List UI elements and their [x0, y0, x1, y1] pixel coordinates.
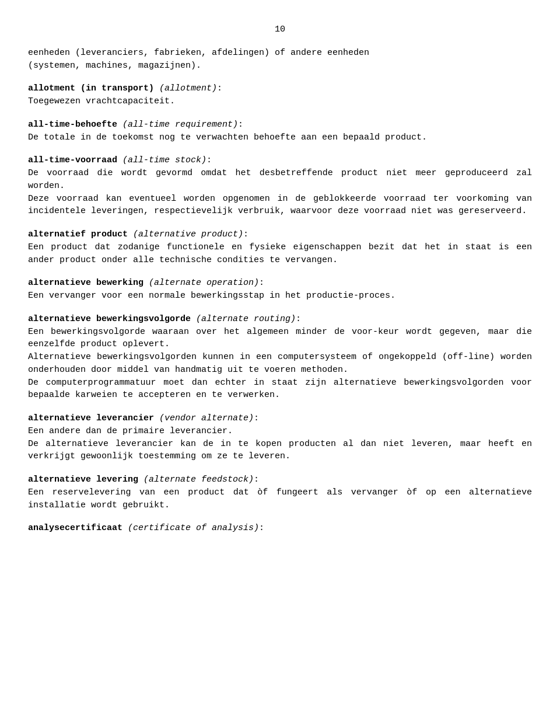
term-italic-alternatief-product: (alternative product) [133, 229, 243, 239]
entry-alternatieve-leverancier-definition2: De alternatieve leverancier kan de in te… [28, 438, 532, 464]
entry-alternatieve-bewerking-definition: Een vervanger voor een normale bewerking… [28, 290, 532, 302]
term-bold-all-time-behoefte: all-time-behoefte [28, 120, 117, 130]
colon-alternatieve-leverancier: : [254, 413, 259, 423]
term-bold-alternatieve-bewerkingsvolgorde: alternatieve bewerkingsvolgorde [28, 314, 191, 324]
entry-allotment-definition: Toegewezen vrachtcapaciteit. [28, 95, 532, 108]
term-italic-allotment: (allotment) [159, 83, 217, 93]
entry-alternatieve-bewerkingsvolgorde: alternatieve bewerkingsvolgorde (alterna… [28, 313, 532, 402]
entry-alternatieve-bewerkingsvolgorde-definition3: De computerprogrammatuur moet dan echter… [28, 377, 532, 402]
entry-alternatieve-bewerkingsvolgorde-term-line: alternatieve bewerkingsvolgorde (alterna… [28, 313, 532, 326]
entry-allotment-term-line: allotment (in transport) (allotment): [28, 82, 532, 95]
entry-alternatieve-levering-definition: Een reservelevering van een product dat … [28, 486, 532, 512]
entry-all-time-voorraad: all-time-voorraad (all-time stock): De v… [28, 154, 532, 218]
entry-analysecertificaat: analysecertificaat (certificate of analy… [28, 522, 532, 535]
term-italic-all-time-voorraad: (all-time stock) [123, 155, 206, 165]
entry-alternatieve-leverancier-definition1: Een andere dan de primaire leverancier. [28, 425, 532, 438]
entry-alternatieve-levering: alternatieve levering (alternate feedsto… [28, 473, 532, 511]
entry-all-time-voorraad-term-line: all-time-voorraad (all-time stock): [28, 154, 532, 167]
term-bold-alternatieve-bewerking: alternatieve bewerking [28, 278, 144, 288]
term-italic-alternatieve-bewerkingsvolgorde: (alternate routing) [196, 314, 296, 324]
colon-alternatieve-bewerking: : [259, 278, 264, 288]
page: 10 eenheden (leveranciers, fabrieken, af… [0, 0, 560, 728]
entry-all-time-voorraad-definition1: De voorraad die wordt gevormd omdat het … [28, 167, 532, 193]
entry-alternatieve-leverancier: alternatieve leverancier (vendor alterna… [28, 412, 532, 463]
term-italic-alternatieve-levering: (alternate feedstock) [144, 475, 254, 485]
entry-alternatieve-bewerking: alternatieve bewerking (alternate operat… [28, 277, 532, 302]
colon-analysecertificaat: : [259, 523, 264, 533]
term-bold-analysecertificaat: analysecertificaat [28, 523, 123, 533]
colon-alternatieve-bewerkingsvolgorde: : [296, 314, 301, 324]
colon-all-time-behoefte: : [238, 120, 243, 130]
entry-alternatieve-bewerking-term-line: alternatieve bewerking (alternate operat… [28, 277, 532, 290]
term-italic-alternatieve-leverancier: (vendor alternate) [159, 413, 254, 423]
entry-alternatief-product-term-line: alternatief product (alternative product… [28, 228, 532, 241]
entry-alternatief-product: alternatief product (alternative product… [28, 228, 532, 266]
term-italic-all-time-behoefte: (all-time requirement) [123, 120, 238, 130]
entry-all-time-behoefte-term-line: all-time-behoefte (all-time requirement)… [28, 119, 532, 131]
term-bold-all-time-voorraad: all-time-voorraad [28, 155, 117, 165]
colon-allotment: : [217, 83, 222, 93]
term-bold-alternatief-product: alternatief product [28, 229, 128, 239]
entry-analysecertificaat-term-line: analysecertificaat (certificate of analy… [28, 522, 532, 535]
entry-alternatief-product-definition: Een product dat zodanige functionele en … [28, 241, 532, 267]
intro-text: eenheden (leveranciers, fabrieken, afdel… [28, 47, 532, 72]
entry-alternatieve-leverancier-term-line: alternatieve leverancier (vendor alterna… [28, 412, 532, 425]
entry-allotment: allotment (in transport) (allotment): To… [28, 82, 532, 108]
entry-alternatieve-bewerkingsvolgorde-definition2: Alternatieve bewerkingsvolgorden kunnen … [28, 351, 532, 377]
intro-line2: (systemen, machines, magazijnen). [28, 60, 532, 72]
colon-all-time-voorraad: : [206, 155, 212, 165]
term-bold-alternatieve-leverancier: alternatieve leverancier [28, 413, 154, 423]
colon-alternatief-product: : [243, 229, 249, 239]
term-bold-alternatieve-levering: alternatieve levering [28, 475, 138, 485]
colon-alternatieve-levering: : [254, 475, 259, 485]
term-italic-alternatieve-bewerking: (alternate operation) [149, 278, 259, 288]
term-italic-analysecertificaat: (certificate of analysis) [128, 523, 259, 533]
page-number: 10 [28, 23, 532, 36]
entry-all-time-voorraad-definition2: Deze voorraad kan eventueel worden opgen… [28, 193, 532, 218]
entry-alternatieve-bewerkingsvolgorde-definition1: Een bewerkingsvolgorde waaraan over het … [28, 326, 532, 351]
entry-all-time-behoefte-definition: De totale in de toekomst nog te verwacht… [28, 131, 532, 144]
intro-line1: eenheden (leveranciers, fabrieken, afdel… [28, 47, 532, 60]
term-bold-allotment: allotment (in transport) [28, 83, 154, 93]
entry-all-time-behoefte: all-time-behoefte (all-time requirement)… [28, 119, 532, 144]
entry-alternatieve-levering-term-line: alternatieve levering (alternate feedsto… [28, 473, 532, 486]
